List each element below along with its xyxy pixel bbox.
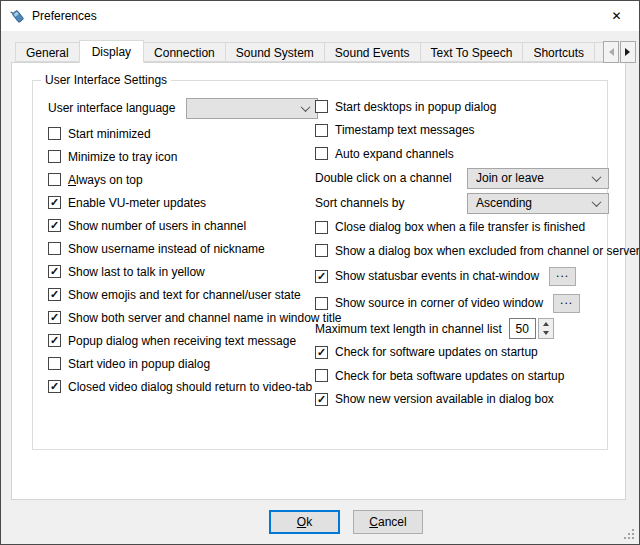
user-interface-language-row: User interface language [48,97,318,119]
left-column: User interface languageStart minimizedMi… [48,97,318,398]
tab-bar: GeneralDisplayConnectionSound SystemSoun… [15,38,605,63]
spin-down-button[interactable] [539,329,553,339]
tab-shortcuts[interactable]: Shortcuts [522,42,595,62]
start-video-in-popup-dialog-label: Start video in popup dialog [68,357,210,371]
minimize-to-tray-icon-checkbox[interactable] [48,150,61,163]
show-last-to-talk-in-yellow-row: ✓Show last to talk in yellow [48,260,318,283]
start-video-in-popup-dialog-checkbox[interactable] [48,357,61,370]
group-title: User Interface Settings [41,73,171,87]
cancel-button-label: Cancel [369,515,406,529]
triangle-left-icon [605,48,614,56]
tab-scroll-right-button[interactable] [620,41,636,63]
always-on-top-row: Always on top [48,168,318,191]
tab-text-to-speech[interactable]: Text To Speech [420,42,524,62]
tab-scroll-left-button[interactable] [603,41,619,63]
show-source-in-corner-of-video-window-more-button[interactable]: ... [553,294,580,313]
show-username-instead-of-nickname-label: Show username instead of nickname [68,242,265,256]
maximum-text-length-in-channel-list-input[interactable]: 50 [509,318,536,339]
timestamp-text-messages-checkbox[interactable] [315,124,328,137]
start-desktops-in-popup-dialog-checkbox[interactable] [315,100,328,113]
start-minimized-label: Start minimized [68,127,151,141]
popup-dialog-when-receiving-text-message-checkbox[interactable]: ✓ [48,334,61,347]
user-interface-language-label: User interface language [48,101,175,115]
maximum-text-length-in-channel-list-label: Maximum text length in channel list [315,322,502,336]
check-for-software-updates-on-startup-checkbox[interactable]: ✓ [315,346,328,359]
tab-sound-system[interactable]: Sound System [225,42,325,62]
display-tab-page: User Interface Settings User interface l… [11,62,626,500]
close-icon[interactable]: ✕ [594,1,639,31]
preferences-dialog: Preferences ✕ GeneralDisplayConnectionSo… [0,0,640,545]
triangle-up-icon [543,319,549,326]
double-click-on-a-channel-label: Double click on a channel [315,171,452,185]
close-dialog-box-when-a-file-transfer-is-finished-row: Close dialog box when a file transfer is… [315,216,609,240]
show-username-instead-of-nickname-checkbox[interactable] [48,242,61,255]
show-emojis-and-text-for-channel-user-state-checkbox[interactable]: ✓ [48,288,61,301]
double-click-on-a-channel-combo[interactable]: Join or leave [467,168,609,189]
show-number-of-users-in-channel-row: ✓Show number of users in channel [48,214,318,237]
user-interface-settings-group: User Interface Settings User interface l… [32,80,608,450]
auto-expand-channels-row: Auto expand channels [315,142,609,166]
chevron-down-icon [301,102,311,112]
show-both-server-and-channel-name-in-window-title-row: ✓Show both server and channel name in wi… [48,306,318,329]
tab-display[interactable]: Display [79,40,144,63]
show-last-to-talk-in-yellow-label: Show last to talk in yellow [68,265,205,279]
show-both-server-and-channel-name-in-window-title-checkbox[interactable]: ✓ [48,311,61,324]
check-for-beta-software-updates-on-startup-checkbox[interactable] [315,369,328,382]
double-click-on-a-channel-row: Double click on a channelJoin or leave [315,166,609,191]
show-statusbar-events-in-chat-window-row: ✓Show statusbar events in chat-window... [315,263,609,290]
check-for-software-updates-on-startup-row: ✓Check for software updates on startup [315,341,609,365]
minimize-to-tray-icon-label: Minimize to tray icon [68,150,177,164]
ok-button[interactable]: Ok [269,510,340,534]
timestamp-text-messages-row: Timestamp text messages [315,119,609,143]
tab-sound-events[interactable]: Sound Events [324,42,421,62]
enable-vu-meter-updates-checkbox[interactable]: ✓ [48,196,61,209]
show-new-version-available-in-dialog-box-row: ✓Show new version available in dialog bo… [315,388,609,412]
maximum-text-length-in-channel-list-spin-buttons [538,318,554,339]
spin-up-button[interactable] [539,319,553,329]
sort-channels-by-combo[interactable]: Ascending [467,193,609,214]
chevron-down-icon [592,197,602,207]
auto-expand-channels-label: Auto expand channels [335,147,454,161]
double-click-on-a-channel-combo-value: Join or leave [476,171,544,185]
show-a-dialog-box-when-excluded-from-channel-or-server-label: Show a dialog box when excluded from cha… [335,244,640,258]
close-dialog-box-when-a-file-transfer-is-finished-checkbox[interactable] [315,221,328,234]
show-statusbar-events-in-chat-window-checkbox[interactable]: ✓ [315,270,328,283]
show-emojis-and-text-for-channel-user-state-label: Show emojis and text for channel/user st… [68,288,301,302]
ok-button-label: Ok [297,515,312,529]
show-new-version-available-in-dialog-box-checkbox[interactable]: ✓ [315,393,328,406]
start-desktops-in-popup-dialog-row: Start desktops in popup dialog [315,95,609,119]
app-icon [10,8,26,24]
tab-general[interactable]: General [15,42,80,62]
sort-channels-by-combo-value: Ascending [476,196,532,210]
auto-expand-channels-checkbox[interactable] [315,147,328,160]
show-username-instead-of-nickname-row: Show username instead of nickname [48,237,318,260]
start-minimized-row: Start minimized [48,122,318,145]
show-number-of-users-in-channel-checkbox[interactable]: ✓ [48,219,61,232]
show-statusbar-events-in-chat-window-more-button[interactable]: ... [549,267,576,286]
closed-video-dialog-should-return-to-video-tab-row: ✓Closed video dialog should return to vi… [48,375,318,398]
enable-vu-meter-updates-label: Enable VU-meter updates [68,196,206,210]
always-on-top-label: Always on top [68,173,143,187]
tab-scroll-buttons [602,41,636,63]
show-source-in-corner-of-video-window-checkbox[interactable] [315,297,328,310]
show-last-to-talk-in-yellow-checkbox[interactable]: ✓ [48,265,61,278]
start-minimized-checkbox[interactable] [48,127,61,140]
start-desktops-in-popup-dialog-label: Start desktops in popup dialog [335,100,496,114]
closed-video-dialog-should-return-to-video-tab-label: Closed video dialog should return to vid… [68,380,312,394]
show-both-server-and-channel-name-in-window-title-label: Show both server and channel name in win… [68,311,342,325]
popup-dialog-when-receiving-text-message-label: Popup dialog when receiving text message [68,334,296,348]
check-for-software-updates-on-startup-label: Check for software updates on startup [335,345,538,359]
show-source-in-corner-of-video-window-label: Show source in corner of video window [335,296,543,310]
always-on-top-checkbox[interactable] [48,173,61,186]
show-number-of-users-in-channel-label: Show number of users in channel [68,219,246,233]
cancel-button[interactable]: Cancel [353,510,423,534]
user-interface-language-combo[interactable] [186,98,318,119]
close-dialog-box-when-a-file-transfer-is-finished-label: Close dialog box when a file transfer is… [335,220,585,234]
triangle-down-icon [543,331,549,338]
resize-grip-icon[interactable] [632,537,634,539]
show-a-dialog-box-when-excluded-from-channel-or-server-checkbox[interactable] [315,244,328,257]
closed-video-dialog-should-return-to-video-tab-checkbox[interactable]: ✓ [48,380,61,393]
show-statusbar-events-in-chat-window-label: Show statusbar events in chat-window [335,269,539,283]
right-column: Start desktops in popup dialogTimestamp … [315,95,609,411]
tab-connection[interactable]: Connection [143,42,226,62]
